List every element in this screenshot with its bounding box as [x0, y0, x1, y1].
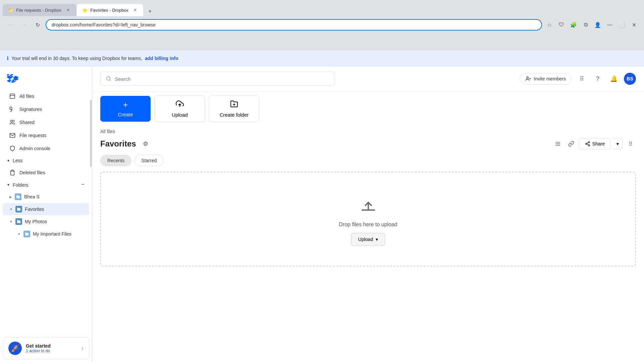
svg-point-1	[11, 120, 13, 122]
search-bar[interactable]	[100, 72, 335, 86]
tab-file-requests[interactable]: 📁 File requests - Dropbox ✕	[3, 4, 76, 16]
drop-zone[interactable]: Drop files here to upload Upload ▾	[100, 172, 636, 266]
dropbox-logo[interactable]	[7, 73, 19, 85]
invite-members-button[interactable]: Invite members	[520, 73, 572, 84]
adblock-icon[interactable]: 🛡	[557, 20, 566, 29]
drop-text: Drop files here to upload	[339, 222, 397, 228]
back-button[interactable]: ←	[5, 19, 16, 30]
get-started-arrow-icon: ›	[82, 345, 84, 351]
profile-icon[interactable]: 👤	[593, 20, 602, 29]
tab-starred[interactable]: Starred	[134, 155, 164, 166]
create-folder-icon	[230, 100, 238, 110]
svg-point-15	[588, 145, 590, 146]
signatures-icon	[9, 106, 15, 112]
new-tab-button[interactable]: +	[145, 7, 155, 16]
folder-bhea-s[interactable]: ▶ Bhea S	[3, 191, 89, 203]
signatures-label: Signatures	[19, 107, 42, 112]
address-text: dropbox.com/home/Favorites?di=left_nav_b…	[52, 22, 156, 27]
my-photos-chevron-icon: ▼	[9, 220, 13, 224]
upload-zone-dropdown-icon: ▾	[376, 237, 378, 242]
all-files-label: All files	[19, 94, 34, 99]
less-toggle[interactable]: ▼ Less	[0, 155, 92, 166]
help-icon-button[interactable]: ?	[592, 73, 604, 85]
notifications-icon-button[interactable]: 🔔	[608, 73, 620, 85]
close-window-icon[interactable]: ✕	[629, 20, 639, 29]
get-started-text: Get started 1 action to do	[26, 343, 78, 353]
main-header: Invite members ⠿ ? 🔔 BS	[92, 66, 644, 92]
tab-bar: 📁 File requests - Dropbox ✕ ⭐ Favorites …	[0, 0, 644, 16]
sidebar-item-deleted-files[interactable]: Deleted files	[3, 166, 89, 179]
grid-view-button[interactable]: ⠿	[625, 138, 636, 149]
sidebar-item-all-files[interactable]: All files	[3, 90, 89, 103]
get-started-rocket-icon: 🚀	[8, 342, 22, 355]
address-bar-row: ← → ↻ dropbox.com/home/Favorites?di=left…	[0, 16, 644, 34]
my-important-files-folder-icon	[23, 231, 30, 237]
upload-zone-button[interactable]: Upload ▾	[351, 233, 385, 246]
create-folder-label: Create folder	[220, 112, 249, 118]
settings-gear-button[interactable]: ⚙	[140, 138, 151, 149]
address-bar[interactable]: dropbox.com/home/Favorites?di=left_nav_b…	[46, 19, 542, 31]
sidebar-scrollbar[interactable]	[90, 100, 92, 167]
bookmark-icon[interactable]: ☆	[545, 20, 554, 29]
tab-recents[interactable]: Recents	[100, 155, 131, 166]
my-important-files-label: My Important Files	[33, 231, 71, 237]
search-icon	[106, 76, 111, 81]
list-view-button[interactable]	[552, 138, 563, 149]
create-icon: +	[123, 100, 128, 110]
page-title: Favorites	[100, 139, 136, 148]
get-started-subtitle: 1 action to do	[26, 349, 78, 353]
breadcrumb: All files	[100, 129, 636, 134]
folder-my-photos[interactable]: ▼ My Photos	[3, 216, 89, 228]
sidebar-logo-area	[0, 66, 92, 89]
sidebar-item-file-requests[interactable]: File requests	[3, 129, 89, 142]
svg-point-13	[588, 141, 590, 143]
upload-button[interactable]: Upload	[155, 96, 205, 122]
extensions-icon[interactable]: 🧩	[569, 20, 578, 29]
admin-console-label: Admin console	[19, 146, 50, 151]
refresh-button[interactable]: ↻	[32, 19, 43, 30]
tab1-close-btn[interactable]: ✕	[65, 7, 71, 13]
upload-icon	[176, 100, 184, 110]
share-icon	[585, 141, 590, 146]
grid-icon-button[interactable]: ⠿	[576, 73, 588, 85]
create-folder-button[interactable]: Create folder	[209, 96, 259, 122]
sidebar-item-signatures[interactable]: Signatures	[3, 103, 89, 116]
favorites-chevron-icon: ▼	[9, 207, 13, 211]
page-actions: Share ▾ ⠿	[552, 138, 636, 149]
share-dropdown-button[interactable]: ▾	[613, 138, 623, 149]
get-started-widget[interactable]: 🚀 Get started 1 action to do ›	[3, 337, 89, 359]
svg-point-3	[107, 77, 110, 80]
shared-label: Shared	[19, 120, 35, 125]
split-view-icon[interactable]: ⧉	[581, 20, 590, 29]
header-actions: Invite members ⠿ ? 🔔 BS	[520, 73, 636, 85]
tab2-close-btn[interactable]: ✕	[132, 7, 138, 13]
sidebar: All files Signatures Shared File request…	[0, 66, 92, 362]
notification-text: Your trial will end in 30 days. To keep …	[11, 56, 142, 61]
create-button[interactable]: + Create	[100, 96, 151, 122]
share-button[interactable]: Share	[579, 138, 610, 149]
all-files-icon	[9, 93, 15, 99]
sidebar-item-shared[interactable]: Shared	[3, 116, 89, 129]
folders-collapse-btn[interactable]	[80, 182, 85, 188]
folder-my-important-files[interactable]: ▼ My Important Files	[3, 228, 89, 240]
folder-favorites[interactable]: ▼ Favorites	[3, 203, 89, 215]
file-requests-label: File requests	[19, 133, 46, 138]
folders-section-header[interactable]: ▼ Folders	[0, 179, 92, 190]
page-content: All files Favorites ⚙ Share ▾	[92, 126, 644, 362]
tab-favorites[interactable]: ⭐ Favorites - Dropbox ✕	[77, 4, 143, 16]
sidebar-item-admin-console[interactable]: Admin console	[3, 142, 89, 155]
create-label: Create	[118, 112, 133, 117]
my-photos-folder-icon	[15, 218, 22, 225]
forward-button[interactable]: →	[19, 19, 30, 30]
less-label: Less	[13, 158, 23, 163]
billing-link[interactable]: add billing info	[145, 56, 178, 61]
browser-chrome: 📁 File requests - Dropbox ✕ ⭐ Favorites …	[0, 0, 644, 50]
svg-rect-0	[10, 94, 15, 99]
invite-members-label: Invite members	[534, 76, 566, 81]
user-avatar[interactable]: BS	[624, 73, 636, 85]
search-input[interactable]	[115, 76, 329, 82]
link-button[interactable]	[566, 138, 577, 149]
notification-icon: ℹ	[7, 55, 9, 61]
minimize-icon[interactable]: —	[605, 20, 614, 29]
maximize-icon[interactable]: ⬜	[617, 20, 627, 29]
